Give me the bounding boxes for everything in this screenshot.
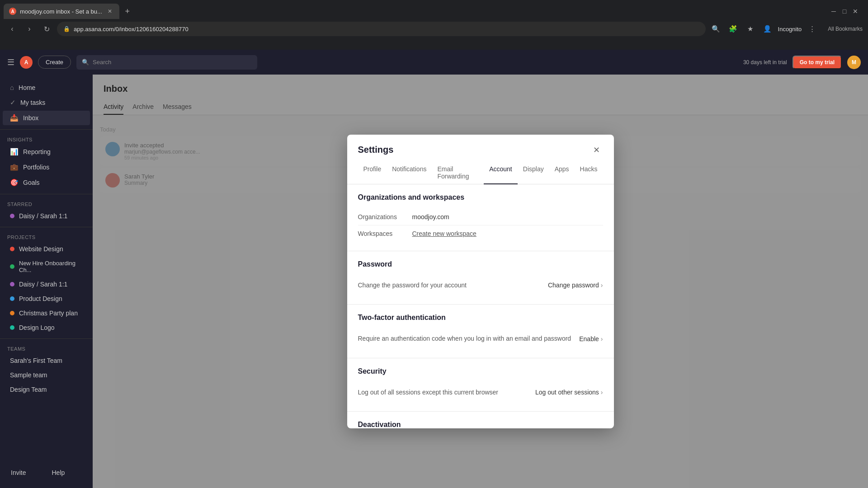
insights-section: Insights <box>0 133 93 144</box>
sidebar-item-label: Product Design <box>19 295 62 302</box>
organizations-section: Organizations and workspaces Organizatio… <box>347 184 614 251</box>
back-button[interactable]: ‹ <box>5 22 19 36</box>
sidebar-item-goals[interactable]: 🎯 Goals <box>3 175 90 190</box>
sidebar-toggle-button[interactable]: ☰ <box>7 57 14 67</box>
project-dot <box>10 264 14 269</box>
sidebar-item-sarahs-team[interactable]: Sarah's First Team <box>3 354 90 367</box>
close-button[interactable]: ✕ <box>852 8 859 15</box>
sidebar-item-new-hire[interactable]: New Hire Onboarding Ch... <box>3 257 90 277</box>
sidebar-item-my-tasks[interactable]: ✓ My tasks <box>3 95 90 110</box>
sidebar-item-label: Home <box>19 84 35 91</box>
active-tab[interactable]: A moodjoy.com inbox - Set a bu... ✕ <box>4 4 119 19</box>
incognito-label: Incognito <box>778 26 802 33</box>
security-description: Log out of all sessions except this curr… <box>358 388 499 397</box>
project-dot <box>10 247 14 251</box>
sidebar-item-label: Portfolios <box>23 164 49 171</box>
logout-label: Log out other sessions <box>535 389 599 396</box>
chevron-icon-2fa: › <box>601 335 603 343</box>
sidebar-item-label: Christmas Party plan <box>19 310 78 317</box>
search-icon[interactable]: 🔍 <box>709 22 723 36</box>
lock-icon: 🔒 <box>63 26 70 32</box>
sidebar-help-button[interactable]: Help <box>48 466 86 479</box>
reload-button[interactable]: ↻ <box>40 22 53 36</box>
change-password-button[interactable]: Change password › <box>548 282 603 289</box>
sidebar-item-website-design[interactable]: Website Design <box>3 242 90 256</box>
tab-title: moodjoy.com inbox - Set a bu... <box>20 8 102 15</box>
sidebar-divider-2 <box>0 194 93 194</box>
modal-body[interactable]: Organizations and workspaces Organizatio… <box>347 184 614 428</box>
sidebar-item-label: Inbox <box>23 114 38 122</box>
create-workspace-link[interactable]: Create new workspace <box>412 230 476 237</box>
chevron-icon: › <box>601 282 603 289</box>
profile-button[interactable]: 👤 <box>761 22 774 36</box>
sidebar-item-sample-team[interactable]: Sample team <box>3 368 90 382</box>
avatar[interactable]: M <box>847 56 861 69</box>
sidebar-divider-4 <box>0 338 93 339</box>
sidebar-invite-button[interactable]: Invite <box>7 466 45 479</box>
sidebar-item-design-team[interactable]: Design Team <box>3 383 90 396</box>
sidebar-item-label: Website Design <box>19 245 63 253</box>
app-logo: A <box>20 56 33 69</box>
project-dot <box>10 296 14 301</box>
sidebar-item-label: Goals <box>23 179 40 186</box>
topbar-right: 30 days left in trial Go to my trial M <box>743 56 861 69</box>
maximize-button[interactable]: □ <box>841 8 848 15</box>
sidebar-item-home[interactable]: ⌂ Home <box>3 80 90 94</box>
project-dot <box>10 325 14 330</box>
window-controls: ─ □ ✕ <box>830 8 864 15</box>
project-dot <box>10 214 14 218</box>
portfolios-icon: 💼 <box>10 163 19 171</box>
section-title-security: Security <box>358 367 603 375</box>
organizations-label: Organizations <box>358 213 412 221</box>
help-label: Help <box>52 469 65 476</box>
sidebar-item-reporting[interactable]: 📊 Reporting <box>3 145 90 159</box>
sidebar-item-christmas-party[interactable]: Christmas Party plan <box>3 306 90 320</box>
project-dot <box>10 311 14 315</box>
tab-apps[interactable]: Apps <box>549 162 575 184</box>
content-area: Inbox Activity Archive Messages Today In… <box>93 75 868 488</box>
enable-2fa-button[interactable]: Enable › <box>579 335 603 343</box>
sidebar-item-product-design[interactable]: Product Design <box>3 292 90 305</box>
tab-email-forwarding[interactable]: Email Forwarding <box>432 162 484 184</box>
sidebar-divider-3 <box>0 227 93 227</box>
tab-profile[interactable]: Profile <box>358 162 387 184</box>
invite-label: Invite <box>11 469 26 476</box>
minimize-button[interactable]: ─ <box>830 8 837 15</box>
extension-icon[interactable]: 🧩 <box>726 22 740 36</box>
tab-close-button[interactable]: ✕ <box>106 7 114 15</box>
password-section: Password Change the password for your ac… <box>347 251 614 305</box>
search-bar[interactable]: 🔍 Search <box>76 55 257 70</box>
tab-favicon: A <box>9 8 16 15</box>
sidebar-item-label: Daisy / Sarah 1:1 <box>19 212 67 220</box>
new-tab-button[interactable]: + <box>121 5 134 18</box>
tab-hacks[interactable]: Hacks <box>575 162 603 184</box>
modal-close-button[interactable]: ✕ <box>590 144 603 156</box>
change-password-label: Change password <box>548 282 599 289</box>
address-bar[interactable]: 🔒 app.asana.com/0/inbox/1206160204288770 <box>57 22 706 36</box>
logout-sessions-button[interactable]: Log out other sessions › <box>535 389 603 396</box>
section-title-deactivation: Deactivation <box>358 421 603 428</box>
sidebar-item-portfolios[interactable]: 💼 Portfolios <box>3 160 90 174</box>
search-icon: 🔍 <box>82 59 89 66</box>
sidebar-item-daisy-sarah[interactable]: Daisy / Sarah 1:1 <box>3 209 90 223</box>
tab-notifications[interactable]: Notifications <box>387 162 432 184</box>
menu-button[interactable]: ⋮ <box>805 22 819 36</box>
settings-modal: Settings ✕ Profile Notifications Email F… <box>347 135 614 428</box>
sidebar-item-daisy-sarah2[interactable]: Daisy / Sarah 1:1 <box>3 277 90 291</box>
upgrade-button[interactable]: Go to my trial <box>793 56 842 69</box>
create-button[interactable]: Create <box>38 56 71 69</box>
sidebar-item-design-logo[interactable]: Design Logo <box>3 321 90 334</box>
projects-section: Projects <box>0 231 93 242</box>
tab-account[interactable]: Account <box>484 162 518 184</box>
forward-button[interactable]: › <box>23 22 36 36</box>
security-section: Security Log out of all sessions except … <box>347 358 614 412</box>
reporting-icon: 📊 <box>10 148 19 156</box>
home-icon: ⌂ <box>10 84 14 91</box>
sidebar-item-inbox[interactable]: 📥 Inbox <box>3 111 90 125</box>
search-placeholder: Search <box>93 59 111 66</box>
bookmark-icon[interactable]: ★ <box>744 22 757 36</box>
organizations-row: Organizations moodjoy.com <box>358 209 603 225</box>
main-layout: ⌂ Home ✓ My tasks 📥 Inbox Insights 📊 Rep… <box>0 75 868 488</box>
bookmarks-label: All Bookmarks <box>828 26 863 32</box>
tab-display[interactable]: Display <box>518 162 549 184</box>
